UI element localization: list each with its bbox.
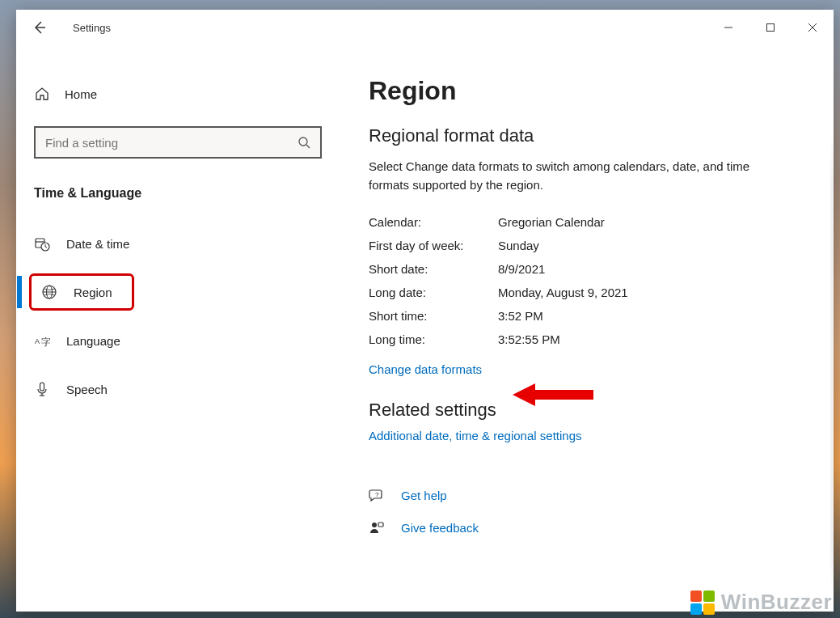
scrollbar[interactable] — [830, 134, 834, 595]
sidebar-item-label: Language — [66, 334, 120, 348]
row-key: Short time: — [369, 309, 498, 323]
get-help-link[interactable]: Get help — [401, 489, 447, 502]
microphone-icon — [34, 381, 50, 397]
get-help-row[interactable]: ? Get help — [369, 487, 785, 503]
related-settings-section: Related settings Additional date, time &… — [369, 400, 785, 443]
related-settings-title: Related settings — [369, 400, 785, 421]
search-input[interactable] — [45, 136, 288, 150]
close-icon — [808, 23, 817, 32]
table-row: Calendar:Gregorian Calendar — [369, 215, 785, 229]
table-row: Long date:Monday, August 9, 2021 — [369, 286, 785, 299]
give-feedback-link[interactable]: Give feedback — [401, 521, 479, 535]
svg-point-5 — [299, 138, 307, 146]
svg-line-6 — [306, 145, 310, 148]
maximize-icon — [766, 23, 775, 32]
page-title: Region — [369, 76, 785, 106]
row-value: 3:52 PM — [498, 309, 543, 323]
row-key: Short date: — [369, 262, 498, 276]
sidebar-category-title: Time & Language — [34, 186, 354, 201]
sidebar-item-date-time[interactable]: Date & time — [34, 225, 354, 262]
table-row: Short date:8/9/2021 — [369, 262, 785, 276]
feedback-person-icon — [369, 519, 385, 535]
watermark: WinBuzzer — [690, 590, 832, 615]
svg-rect-22 — [378, 523, 383, 527]
sidebar-item-speech[interactable]: Speech — [34, 370, 354, 408]
calendar-clock-icon — [34, 235, 50, 252]
row-value: Sunday — [498, 239, 539, 252]
change-data-formats-link[interactable]: Change data formats — [369, 362, 482, 376]
search-box[interactable] — [34, 126, 322, 159]
language-a-icon: A字 — [34, 332, 50, 349]
search-icon — [298, 136, 310, 149]
sidebar-item-label: Date & time — [66, 237, 129, 251]
sidebar-home-label: Home — [65, 87, 97, 101]
globe-icon — [41, 284, 57, 300]
home-icon — [34, 86, 50, 102]
regional-format-title: Regional format data — [369, 125, 785, 146]
support-links: ? Get help Give feedback — [369, 487, 785, 535]
maximize-button[interactable] — [749, 13, 791, 42]
give-feedback-row[interactable]: Give feedback — [369, 519, 785, 535]
sidebar-item-label: Speech — [66, 383, 108, 396]
back-button[interactable] — [31, 19, 47, 36]
svg-point-21 — [372, 523, 377, 527]
sidebar: Home Time & Language Date & time Reg — [16, 45, 354, 612]
svg-text:字: 字 — [41, 337, 50, 348]
sidebar-home[interactable]: Home — [34, 78, 354, 126]
table-row: First day of week:Sunday — [369, 239, 785, 252]
arrow-left-icon — [32, 20, 46, 35]
svg-rect-2 — [767, 24, 775, 32]
main-panel: Region Regional format data Select Chang… — [354, 45, 834, 612]
sidebar-item-label: Region — [74, 286, 112, 299]
svg-rect-17 — [40, 383, 44, 391]
settings-window: Settings Home — [16, 10, 834, 612]
titlebar: Settings — [16, 10, 834, 45]
additional-settings-link[interactable]: Additional date, time & regional setting… — [369, 429, 582, 442]
watermark-logo-icon — [690, 590, 715, 615]
row-value: Monday, August 9, 2021 — [498, 286, 628, 299]
window-title: Settings — [73, 22, 111, 34]
svg-text:A: A — [35, 337, 40, 345]
minimize-icon — [724, 23, 733, 32]
table-row: Long time:3:52:55 PM — [369, 332, 785, 346]
close-button[interactable] — [791, 13, 834, 42]
regional-format-desc: Select Change data formats to switch amo… — [369, 158, 785, 194]
row-key: Long date: — [369, 286, 498, 299]
watermark-text: WinBuzzer — [721, 590, 832, 615]
row-key: Calendar: — [369, 215, 498, 229]
sidebar-item-language[interactable]: A字 Language — [34, 322, 354, 359]
help-chat-icon: ? — [369, 487, 385, 503]
row-value: 8/9/2021 — [498, 262, 545, 276]
sidebar-item-region[interactable]: Region — [29, 273, 134, 311]
window-controls — [707, 13, 834, 42]
svg-text:?: ? — [375, 491, 379, 498]
row-value: 3:52:55 PM — [498, 332, 560, 346]
table-row: Short time:3:52 PM — [369, 309, 785, 323]
row-value: Gregorian Calendar — [498, 215, 605, 229]
row-key: First day of week: — [369, 239, 498, 252]
minimize-button[interactable] — [707, 13, 749, 42]
regional-format-table: Calendar:Gregorian Calendar First day of… — [369, 215, 785, 346]
row-key: Long time: — [369, 332, 498, 346]
